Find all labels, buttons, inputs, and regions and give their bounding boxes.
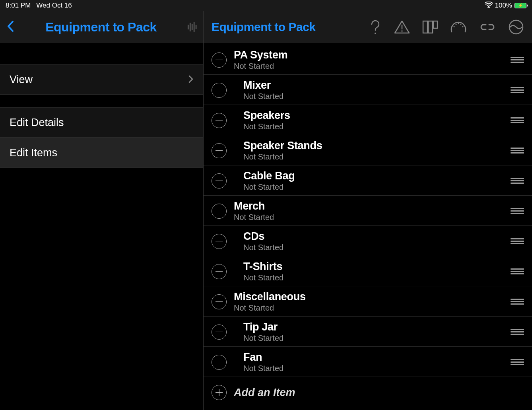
menu-item-view[interactable]: View — [0, 64, 203, 95]
remove-icon[interactable] — [212, 204, 227, 219]
detail-pane: Equipment to Pack PA SystemNot StartedM — [204, 11, 532, 410]
item-text: FanNot Started — [243, 351, 511, 373]
warning-icon[interactable] — [394, 19, 410, 35]
item-title: T-Shirts — [243, 260, 511, 273]
svg-point-11 — [462, 26, 464, 27]
list-item[interactable]: PA SystemNot Started — [204, 45, 532, 75]
list-item[interactable]: Speaker StandsNot Started — [204, 135, 532, 165]
remove-icon[interactable] — [212, 83, 227, 98]
item-status: Not Started — [243, 273, 511, 282]
back-button[interactable] — [6, 18, 14, 36]
menu-item-edit-details[interactable]: Edit Details — [0, 107, 203, 138]
drag-handle-icon[interactable] — [511, 115, 524, 126]
item-text: Tip JarNot Started — [243, 321, 511, 342]
menu-label: Edit Details — [10, 117, 64, 129]
drag-handle-icon[interactable] — [511, 175, 524, 186]
item-status: Not Started — [243, 183, 511, 192]
item-title: Speaker Stands — [243, 140, 511, 152]
list-item[interactable]: MiscellaneousNot Started — [204, 286, 532, 317]
item-status: Not Started — [243, 243, 511, 252]
list-item[interactable]: MixerNot Started — [204, 75, 532, 105]
drag-handle-icon[interactable] — [511, 357, 524, 367]
link-icon[interactable] — [479, 22, 496, 32]
svg-point-9 — [458, 23, 459, 24]
gauge-icon[interactable] — [450, 20, 467, 34]
remove-icon[interactable] — [212, 173, 227, 188]
help-icon[interactable] — [369, 19, 382, 35]
list-item[interactable]: SpeakersNot Started — [204, 105, 532, 135]
drag-handle-icon[interactable] — [511, 54, 524, 65]
remove-icon[interactable] — [212, 234, 227, 249]
list-item[interactable]: T-ShirtsNot Started — [204, 256, 532, 286]
item-text: Cable BagNot Started — [243, 170, 511, 191]
drag-handle-icon[interactable] — [511, 145, 524, 156]
list-item[interactable]: FanNot Started — [204, 347, 532, 377]
status-battery-pct: 100% — [495, 2, 512, 10]
list-item[interactable]: MerchNot Started — [204, 196, 532, 226]
remove-icon[interactable] — [212, 355, 227, 370]
item-text: T-ShirtsNot Started — [243, 260, 511, 282]
menu-label: View — [10, 74, 33, 86]
item-title: PA System — [234, 49, 511, 61]
add-item-label: Add an Item — [234, 387, 524, 399]
list-item[interactable]: CDsNot Started — [204, 226, 532, 256]
detail-header: Equipment to Pack — [204, 11, 532, 43]
sidebar-title: Equipment to Pack — [14, 20, 188, 35]
item-text: Speaker StandsNot Started — [243, 140, 511, 161]
item-text: CDsNot Started — [243, 230, 511, 252]
svg-point-0 — [488, 6, 489, 8]
status-date: Wed Oct 16 — [36, 2, 72, 10]
chevron-right-icon — [188, 74, 193, 86]
sync-icon[interactable] — [508, 19, 524, 35]
svg-point-10 — [460, 24, 462, 25]
drag-handle-icon[interactable] — [511, 326, 524, 337]
item-title: Merch — [234, 200, 511, 212]
sidebar-pane: Equipment to Pack View Edit Details Edit… — [0, 11, 204, 410]
item-title: Speakers — [243, 109, 511, 122]
item-status: Not Started — [243, 92, 511, 101]
item-status: Not Started — [243, 334, 511, 343]
remove-icon[interactable] — [212, 143, 227, 158]
item-status: Not Started — [234, 213, 511, 222]
drag-handle-icon[interactable] — [511, 266, 524, 277]
svg-rect-5 — [428, 21, 433, 33]
add-item-row[interactable]: Add an Item — [204, 377, 532, 407]
drag-handle-icon[interactable] — [511, 296, 524, 307]
item-text: PA SystemNot Started — [234, 49, 511, 70]
item-title: Mixer — [243, 79, 511, 91]
item-title: Cable Bag — [243, 170, 511, 182]
remove-icon[interactable] — [212, 325, 227, 340]
svg-point-3 — [401, 30, 403, 32]
status-bar: 8:01 PM Wed Oct 16 100% ⚡ — [0, 0, 532, 11]
remove-icon[interactable] — [212, 113, 227, 128]
item-title: CDs — [243, 230, 511, 243]
svg-point-7 — [454, 26, 455, 27]
sidebar-header: Equipment to Pack — [0, 11, 203, 43]
item-text: SpeakersNot Started — [243, 109, 511, 131]
drag-handle-icon[interactable] — [511, 85, 524, 95]
wifi-icon — [485, 2, 493, 10]
item-status: Not Started — [243, 152, 511, 161]
remove-icon[interactable] — [212, 294, 227, 309]
item-status: Not Started — [234, 303, 511, 313]
drag-handle-icon[interactable] — [511, 206, 524, 216]
item-list: PA SystemNot StartedMixerNot StartedSpea… — [204, 43, 532, 410]
remove-icon[interactable] — [212, 264, 227, 279]
menu-item-edit-items[interactable]: Edit Items — [0, 138, 203, 168]
list-item[interactable]: Cable BagNot Started — [204, 165, 532, 196]
svg-point-1 — [375, 33, 376, 34]
svg-rect-4 — [423, 21, 427, 33]
drag-handle-icon[interactable] — [511, 236, 524, 247]
item-title: Fan — [243, 351, 511, 363]
item-status: Not Started — [234, 62, 511, 71]
audio-levels-icon[interactable] — [188, 22, 196, 32]
item-text: MixerNot Started — [243, 79, 511, 101]
columns-icon[interactable] — [422, 20, 438, 34]
add-icon[interactable] — [212, 385, 227, 400]
list-item[interactable]: Tip JarNot Started — [204, 317, 532, 347]
spacer — [0, 95, 203, 107]
svg-rect-6 — [433, 21, 437, 28]
battery-icon: ⚡ — [515, 3, 526, 8]
status-time: 8:01 PM — [6, 2, 31, 10]
remove-icon[interactable] — [212, 52, 227, 68]
